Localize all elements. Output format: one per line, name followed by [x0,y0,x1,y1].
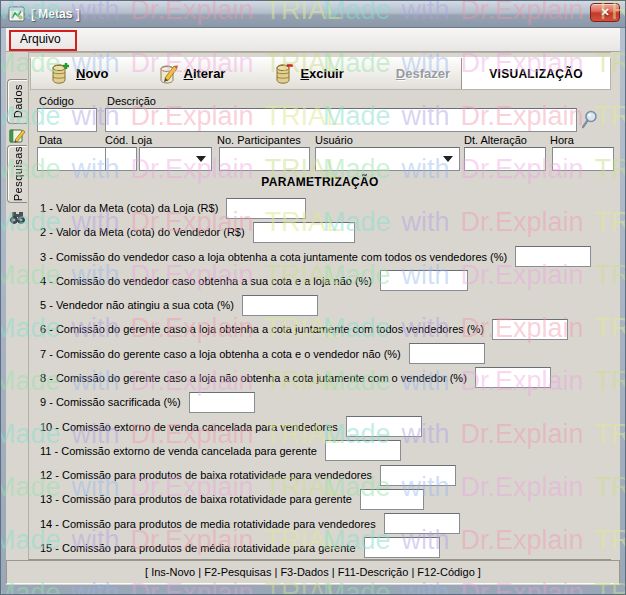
excluir-label: Excluir [300,66,343,81]
toolbar: Novo Alterar [30,57,611,90]
window-title: [ Metas ] [31,7,80,21]
param-row-input[interactable] [253,222,355,243]
param-row: 1 - Valor da Meta (cota) da Loja (R$) [40,197,599,219]
cod-loja-input[interactable] [105,147,137,171]
param-row-label: 10 - Comissão extorno de venda cancelada… [40,421,338,433]
titlebar: [ Metas ] ✕ [1,1,626,28]
statusbar: [ Ins-Novo | F2-Pesquisas | F3-Dados | F… [6,560,620,584]
param-row: 3 - Comissão do vendedor caso a loja obt… [40,246,599,268]
param-row-input[interactable] [325,440,401,461]
descricao-label: Descrição [107,95,156,107]
param-row: 8 - Comissão do gerente caso a loja não … [40,367,599,389]
desfazer-button[interactable]: Desfazer [390,64,456,83]
novo-label: Novo [76,66,109,81]
participantes-label: No. Participantes [217,134,301,146]
binoculars-icon[interactable] [9,209,26,226]
parametrizacao-title: PARAMETRIZAÇÃO [29,175,611,189]
param-row-label: 15 - Comissão para produtos de média rot… [40,542,356,554]
close-button[interactable]: ✕ [590,3,620,22]
dt-alteracao-label: Dt. Alteração [464,134,527,146]
param-row-label: 14 - Comissão para produtos de media rot… [40,518,376,530]
param-row-input[interactable] [364,537,440,558]
database-remove-icon [273,62,295,86]
param-row-input[interactable] [346,416,422,437]
param-row: 5 - Vendedor não atingiu a sua cota (%) [40,294,599,316]
param-row: 7 - Comissão do gerente caso a loja obte… [40,343,599,365]
param-row-input[interactable] [384,513,460,534]
client-area: Dados Pesquisas [6,52,620,585]
param-rows-list: 1 - Valor da Meta (cota) da Loja (R$) 2 … [40,197,599,559]
metas-window: [ Metas ] ✕ Arquivo Dados Pesquisas [0,0,626,595]
param-row-label: 7 - Comissão do gerente caso a loja obte… [40,348,401,360]
param-row-label: 9 - Comissão sacrificada (%) [40,396,181,408]
data-label: Data [39,134,62,146]
param-row-label: 5 - Vendedor não atingiu a sua cota (%) [40,299,234,311]
left-tabstrip: Dados Pesquisas [6,52,28,585]
param-row-label: 4 - Comissão do vendedor caso obtenha a … [40,275,372,287]
param-row-label: 6 - Comissão do gerente caso a loja obte… [40,323,484,335]
param-row-label: 12 - Comissão para produtos de baixa rot… [40,469,372,481]
param-row-label: 8 - Comissão do gerente caso a loja não … [40,372,467,384]
param-row: 14 - Comissão para produtos de media rot… [40,513,599,535]
param-row-input[interactable] [242,295,318,316]
param-row-input[interactable] [515,246,591,267]
param-row-input[interactable] [475,367,551,388]
novo-button[interactable]: Novo [43,60,115,88]
alterar-label: Alterar [184,66,226,81]
database-add-icon [49,62,71,86]
tab-pesquisas-label: Pesquisas [12,146,24,201]
codigo-input[interactable] [37,108,97,132]
param-row-input[interactable] [360,489,424,510]
param-row: 4 - Comissão do vendedor caso obtenha a … [40,270,599,292]
edit-pencil-icon [157,62,179,86]
search-magnifier-icon[interactable] [580,109,599,130]
menu-item-arquivo[interactable]: Arquivo [10,29,71,50]
param-row-label: 13 - Comissão para produtos de baixa rot… [40,493,352,505]
tab-dados-label: Dados [12,84,24,118]
param-row: 13 - Comissão para produtos de baixa rot… [40,488,599,510]
participantes-input[interactable] [219,147,310,171]
hora-label: Hora [550,134,574,146]
param-row: 2 - Valor da Meta (cota) do Vendedor (R$… [40,221,599,243]
data-input[interactable] [37,147,107,171]
param-row: 15 - Comissão para produtos de média rot… [40,537,599,559]
param-row-input[interactable] [492,319,568,340]
notepad-pencil-icon[interactable] [9,127,26,144]
app-icon [8,6,25,22]
desfazer-label: Desfazer [396,66,450,81]
form-content: Novo Alterar [28,52,611,560]
param-row-label: 1 - Valor da Meta (cota) da Loja (R$) [40,202,218,214]
param-row-input[interactable] [189,392,255,413]
usuario-combo[interactable] [315,147,460,171]
excluir-button[interactable]: Excluir [267,60,349,88]
param-row: 10 - Comissão extorno de venda cancelada… [40,416,599,438]
param-row-label: 11 - Comissão extorno de venda cancelada… [40,445,317,457]
mode-indicator: VISUALIZAÇÃO [461,58,610,89]
statusbar-text: [ Ins-Novo | F2-Pesquisas | F3-Dados | F… [145,566,481,578]
param-row-input[interactable] [226,198,306,219]
alterar-button[interactable]: Alterar [151,60,232,88]
dt-alteracao-input[interactable] [464,147,546,171]
loja-combo[interactable] [139,147,212,171]
descricao-input[interactable] [105,108,577,132]
param-row: 12 - Comissão para produtos de baixa rot… [40,464,599,486]
param-row-input[interactable] [380,465,456,486]
menubar: Arquivo [6,28,620,52]
hora-input[interactable] [552,147,614,171]
cod-loja-label: Cód. Loja [105,134,152,146]
tab-dados[interactable]: Dados [7,79,27,124]
param-row: 11 - Comissão extorno de venda cancelada… [40,440,599,462]
param-row-label: 3 - Comissão do vendedor caso a loja obt… [40,251,507,263]
param-row: 6 - Comissão do gerente caso a loja obte… [40,318,599,340]
param-row: 9 - Comissão sacrificada (%) [40,391,599,413]
param-row-input[interactable] [380,270,468,291]
usuario-label: Usuário [315,134,353,146]
tab-pesquisas[interactable]: Pesquisas [7,145,27,203]
param-row-input[interactable] [409,343,485,364]
codigo-label: Código [39,95,74,107]
param-row-label: 2 - Valor da Meta (cota) do Vendedor (R$… [40,226,245,238]
